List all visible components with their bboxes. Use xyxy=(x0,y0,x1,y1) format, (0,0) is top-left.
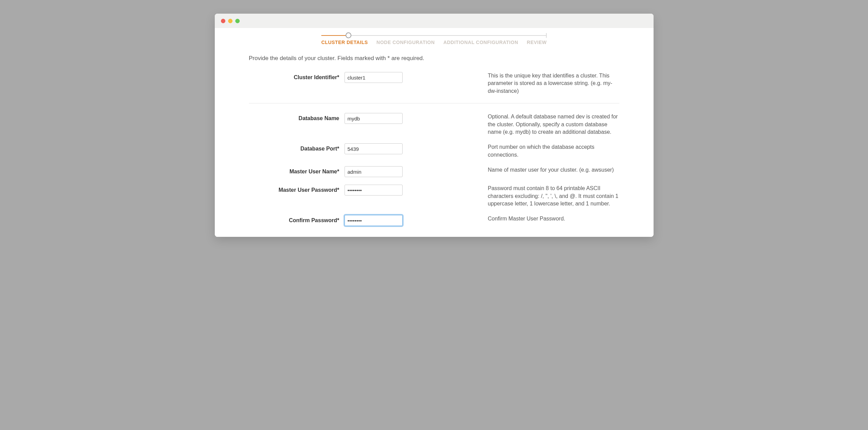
row-confirm-password: Confirm Password* Confirm Master User Pa… xyxy=(215,212,654,230)
help-database-name: Optional. A default database named dev i… xyxy=(454,113,619,136)
wizard-knob-icon xyxy=(346,32,351,38)
input-master-user-password[interactable] xyxy=(345,185,403,196)
label-database-port: Database Port* xyxy=(249,143,345,152)
input-master-user-name[interactable] xyxy=(345,166,403,177)
wizard-step-additional-configuration[interactable]: ADDITIONAL CONFIGURATION xyxy=(443,40,518,45)
wizard-track xyxy=(321,35,547,36)
wizard-step-cluster-details[interactable]: CLUSTER DETAILS xyxy=(321,40,368,45)
input-confirm-password[interactable] xyxy=(345,215,403,226)
window-minimize-button[interactable] xyxy=(228,19,233,23)
window-content: CLUSTER DETAILS NODE CONFIGURATION ADDIT… xyxy=(215,28,654,237)
label-confirm-password: Confirm Password* xyxy=(249,215,345,224)
label-database-name: Database Name xyxy=(249,113,345,121)
label-master-user-password: Master User Password* xyxy=(249,185,345,193)
wizard-progress: CLUSTER DETAILS NODE CONFIGURATION ADDIT… xyxy=(321,32,547,50)
intro-text: Provide the details of your cluster. Fie… xyxy=(215,50,654,69)
row-master-user-password: Master User Password* Password must cont… xyxy=(215,181,654,212)
help-cluster-identifier: This is the unique key that identifies a… xyxy=(454,72,619,95)
help-confirm-password: Confirm Master User Password. xyxy=(454,215,619,223)
section-divider xyxy=(249,103,619,103)
help-master-user-name: Name of master user for your cluster. (e… xyxy=(454,166,619,174)
help-database-port: Port number on which the database accept… xyxy=(454,143,619,159)
wizard-step-review[interactable]: REVIEW xyxy=(527,40,547,45)
wizard-track-fill xyxy=(321,35,346,36)
app-window: CLUSTER DETAILS NODE CONFIGURATION ADDIT… xyxy=(215,14,654,237)
row-database-port: Database Port* Port number on which the … xyxy=(215,140,654,163)
window-maximize-button[interactable] xyxy=(235,19,240,23)
label-cluster-identifier: Cluster Identifier* xyxy=(249,72,345,81)
row-cluster-identifier: Cluster Identifier* This is the unique k… xyxy=(215,69,654,99)
wizard-step-node-configuration[interactable]: NODE CONFIGURATION xyxy=(377,40,435,45)
row-database-name: Database Name Optional. A default databa… xyxy=(215,110,654,140)
label-master-user-name: Master User Name* xyxy=(249,166,345,175)
window-titlebar xyxy=(215,14,654,28)
input-database-port[interactable] xyxy=(345,143,403,154)
window-close-button[interactable] xyxy=(221,19,225,23)
wizard-end-tick xyxy=(546,33,547,38)
input-cluster-identifier[interactable] xyxy=(345,72,403,83)
row-master-user-name: Master User Name* Name of master user fo… xyxy=(215,163,654,181)
input-database-name[interactable] xyxy=(345,113,403,124)
help-master-user-password: Password must contain 8 to 64 printable … xyxy=(454,185,619,207)
